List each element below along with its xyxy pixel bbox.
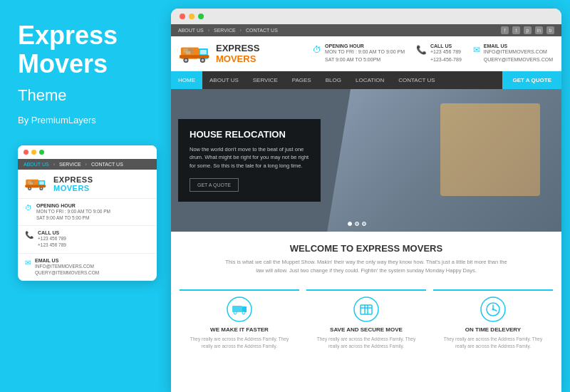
hero-dot-3[interactable]: [362, 222, 366, 226]
browser-preview: ABOUT US › SERVICE › CONTACT US f t p in…: [171, 9, 561, 392]
hero-title: HOUSE RELOCATION: [190, 129, 309, 140]
truck-icon: [25, 176, 48, 192]
mobile-email-label: EMAIL US: [35, 258, 99, 263]
mobile-preview: ABOUT US › SERVICE › CONTACT US: [18, 145, 157, 281]
linkedin-icon[interactable]: in: [535, 26, 543, 34]
nav-service[interactable]: SERVICE: [246, 71, 285, 89]
header-call-label: CALL US: [430, 43, 462, 48]
topbar-contact[interactable]: CONTACT US: [246, 28, 278, 33]
hero-cta-button[interactable]: GET A QUOTE: [190, 178, 239, 192]
mobile-nav-about[interactable]: ABOUT US: [24, 162, 49, 167]
mobile-nav-contact[interactable]: CONTACT US: [91, 162, 123, 167]
topbar-social-icons: f t p in b: [501, 26, 554, 34]
svg-point-30: [354, 297, 378, 321]
feature-clock-icon: [480, 296, 506, 322]
nav-pages[interactable]: PAGES: [285, 71, 318, 89]
site-topbar: ABOUT US › SERVICE › CONTACT US f t p in…: [171, 24, 561, 36]
mobile-call-label: CALL US: [38, 230, 66, 235]
svg-point-39: [492, 309, 494, 311]
site-header: EXPRESS MOVERS ⏱ OPENING HOUR MON TO FRI…: [171, 36, 561, 71]
browser-dot-red: [180, 14, 185, 19]
email-icon: ✉: [25, 259, 31, 267]
svg-point-20: [202, 59, 204, 62]
hero-section: HOUSE RELOCATION Now the world don't mov…: [171, 89, 561, 232]
nav-quote-button[interactable]: GET A QUOTE: [502, 71, 561, 89]
left-panel: ExpressMovers Theme By PremiumLayers ABO…: [0, 0, 171, 392]
mobile-logo-text: EXPRESS MOVERS: [53, 175, 93, 192]
nav-contact[interactable]: CONTACT US: [391, 71, 442, 89]
feature-ontime: ON TIME DELEVERY They really are across …: [433, 289, 553, 356]
svg-rect-21: [180, 55, 209, 58]
mobile-logo-movers: MOVERS: [53, 184, 93, 192]
app-title: ExpressMovers: [18, 21, 153, 78]
feature-truck-icon: [227, 296, 252, 322]
site-logo-text: EXPRESS MOVERS: [216, 43, 259, 64]
topbar-about[interactable]: ABOUT US: [178, 28, 204, 33]
dot-yellow: [31, 150, 36, 155]
mobile-call-us: 📞 CALL US +123 456 789+123 456 789: [18, 226, 157, 253]
clock-icon: ⏱: [25, 204, 32, 212]
svg-point-8: [41, 188, 43, 190]
feature-secure: SAVE AND SECURE MOVE They really are acr…: [306, 289, 426, 356]
browser-dot-green: [198, 14, 204, 19]
hero-dots: [348, 222, 366, 226]
app-subtitle: Theme: [18, 86, 153, 105]
svg-rect-26: [232, 306, 242, 312]
nav-location[interactable]: LOCATION: [348, 71, 391, 89]
site-topbar-nav: ABOUT US › SERVICE › CONTACT US: [178, 28, 278, 33]
svg-rect-31: [361, 305, 372, 314]
header-opening-label: OPENING HOUR: [325, 43, 405, 48]
hero-dot-1[interactable]: [348, 222, 352, 226]
site-logo-express: EXPRESS: [216, 43, 259, 53]
welcome-text: This is what we call the Muppet Show. Ma…: [224, 258, 509, 275]
twitter-icon[interactable]: t: [512, 26, 520, 34]
svg-point-28: [234, 311, 237, 314]
svg-rect-24: [186, 51, 190, 55]
feature-secure-title: SAVE AND SECURE MOVE: [330, 326, 403, 333]
rss-icon[interactable]: b: [546, 26, 554, 34]
svg-point-6: [28, 188, 31, 190]
hero-dot-2[interactable]: [355, 222, 359, 226]
svg-rect-12: [30, 182, 33, 185]
browser-dot-yellow: [189, 14, 195, 19]
nav-about[interactable]: ABOUT US: [202, 71, 246, 89]
header-info: ⏱ OPENING HOUR MON TO FRI : 9:00 AM TO 9…: [313, 43, 553, 63]
site-nav: HOME ABOUT US SERVICE PAGES BLOG LOCATIO…: [171, 71, 561, 89]
feature-secure-text: They really are across the Address Famil…: [312, 336, 420, 350]
dot-red: [24, 150, 28, 155]
welcome-section: WELCOME TO EXPRESS MOVERS This is what w…: [171, 232, 561, 282]
nav-home[interactable]: HOME: [171, 71, 202, 89]
mobile-titlebar: [18, 145, 157, 159]
feature-ontime-text: They really are across the Address Famil…: [439, 336, 547, 350]
feature-ontime-title: ON TIME DELEVERY: [465, 326, 521, 333]
topbar-service[interactable]: SERVICE: [214, 28, 236, 33]
pinterest-icon[interactable]: p: [524, 26, 532, 34]
phone-icon: 📞: [25, 231, 33, 239]
hero-content: HOUSE RELOCATION Now the world don't mov…: [178, 119, 321, 202]
facebook-icon[interactable]: f: [501, 26, 509, 34]
hero-text: Now the world don't move to the beat of …: [190, 145, 309, 170]
mobile-opening-label: OPENING HOUR: [36, 203, 110, 208]
site-logo: EXPRESS MOVERS: [180, 42, 259, 65]
mobile-nav-service[interactable]: SERVICE: [59, 162, 81, 167]
header-call-text: +123 456 789+123-456-789: [430, 48, 462, 63]
mobile-logo-express: EXPRESS: [53, 175, 93, 184]
mobile-logo-bar: EXPRESS MOVERS: [18, 170, 157, 199]
header-call-us: 📞 CALL US +123 456 789+123-456-789: [416, 43, 462, 63]
svg-point-18: [185, 59, 187, 62]
header-email-text: INFO@ITEMMOVERS.COMQUERY@ITEMMOVERS.COM: [484, 48, 553, 63]
mobile-opening-text: MON TO FRI : 9:00 AM TO 9:00 PMSAT 9:00 …: [36, 208, 110, 221]
header-email-us: ✉ EMAIL US INFO@ITEMMOVERS.COMQUERY@ITEM…: [473, 43, 553, 63]
svg-rect-9: [25, 185, 46, 187]
site-logo-movers: MOVERS: [216, 53, 259, 64]
dot-green: [39, 150, 44, 155]
hero-box-image: [440, 103, 540, 196]
header-phone-icon: 📞: [416, 45, 427, 55]
header-clock-icon: ⏱: [313, 45, 321, 55]
nav-blog[interactable]: BLOG: [318, 71, 348, 89]
feature-faster-title: WE MAKE IT FASTER: [210, 326, 269, 333]
feature-faster: WE MAKE IT FASTER They really are across…: [180, 289, 299, 356]
header-opening-hour: ⏱ OPENING HOUR MON TO FRI : 9:00 AM TO 9…: [313, 43, 405, 63]
header-email-label: EMAIL US: [484, 43, 553, 48]
mobile-email-us: ✉ EMAIL US INFO@ITEMMOVERS.COMQUERY@ITEM…: [18, 254, 157, 281]
